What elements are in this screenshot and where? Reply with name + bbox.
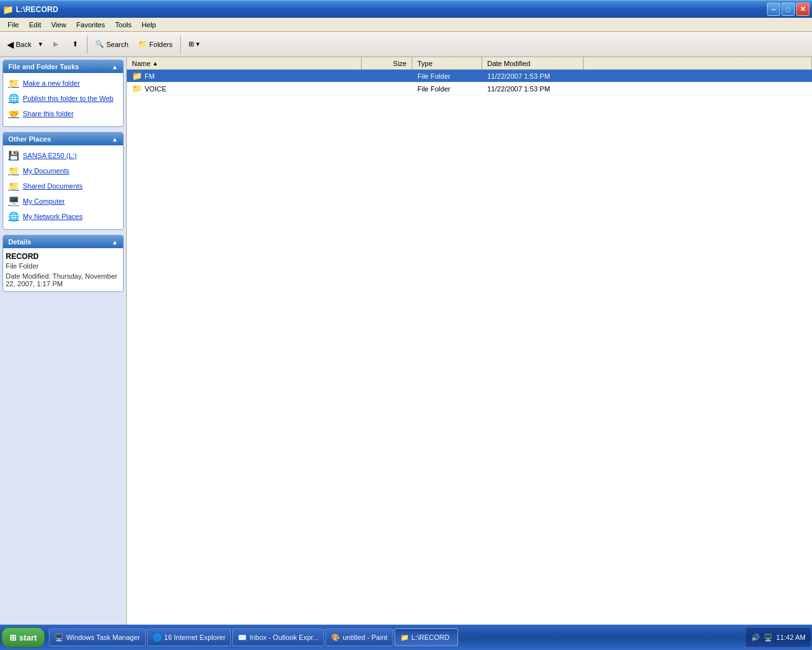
left-panel: File and Folder Tasks ▲ 📁 Make a new fol… bbox=[0, 57, 127, 625]
task-manager-icon: 🖥️ bbox=[55, 633, 63, 642]
file-size-cell bbox=[362, 88, 412, 90]
menu-edit[interactable]: Edit bbox=[24, 20, 46, 30]
make-new-folder-link[interactable]: 📁 Make a new folder bbox=[6, 77, 121, 90]
my-computer-icon: 🖥️ bbox=[8, 196, 19, 206]
other-places-title: Other Places bbox=[8, 135, 51, 143]
folders-label: Folders bbox=[149, 41, 173, 48]
record-folder-icon: 📁 bbox=[400, 633, 409, 642]
taskbar-item-record[interactable]: 📁 L:\RECORD bbox=[395, 628, 458, 646]
sansa-icon: 💾 bbox=[8, 150, 19, 161]
minimize-button[interactable]: − bbox=[767, 3, 780, 16]
file-folder-tasks-body: 📁 Make a new folder 🌐 Publish this folde… bbox=[3, 73, 123, 126]
start-label: start bbox=[19, 633, 37, 642]
shared-documents-link[interactable]: 📁 Shared Documents bbox=[6, 180, 121, 192]
file-list: Name ▲ Size Type Date Modified 📁 FM File… bbox=[127, 57, 812, 625]
outlook-icon: ✉️ bbox=[238, 633, 247, 642]
column-size[interactable]: Size bbox=[362, 57, 412, 69]
column-name[interactable]: Name ▲ bbox=[127, 57, 362, 69]
column-type[interactable]: Type bbox=[412, 57, 482, 69]
file-date-cell: 11/22/2007 1:53 PM bbox=[482, 71, 584, 81]
column-date[interactable]: Date Modified bbox=[482, 57, 584, 69]
table-row[interactable]: 📁 FM File Folder 11/22/2007 1:53 PM bbox=[127, 70, 812, 83]
maximize-button[interactable]: □ bbox=[782, 3, 795, 16]
paint-label: untitled - Paint bbox=[343, 633, 387, 641]
main-layout: File and Folder Tasks ▲ 📁 Make a new fol… bbox=[0, 57, 812, 625]
my-documents-link[interactable]: 📁 My Documents bbox=[6, 164, 121, 177]
toolbar: ◀ Back ▾ ▶ ⬆ 🔍 Search 📁 Folders ⊞ ▾ bbox=[0, 32, 812, 57]
views-button[interactable]: ⊞ ▾ bbox=[184, 37, 204, 51]
column-name-label: Name bbox=[132, 60, 150, 67]
back-arrow-icon: ◀ bbox=[7, 39, 14, 50]
paint-icon: 🎨 bbox=[331, 633, 340, 642]
file-folder-tasks-header[interactable]: File and Folder Tasks ▲ bbox=[3, 60, 123, 73]
details-body: RECORD File Folder Date Modified: Thursd… bbox=[3, 248, 123, 291]
taskbar-item-paint[interactable]: 🎨 untitled - Paint bbox=[325, 628, 393, 646]
details-folder-name: RECORD bbox=[6, 252, 121, 261]
taskbar: ⊞ start 🖥️ Windows Task Manager 🌐 16 Int… bbox=[0, 625, 812, 650]
file-folder-tasks-collapse-icon: ▲ bbox=[112, 63, 118, 70]
search-label: Search bbox=[106, 41, 128, 48]
toolbar-separator-2 bbox=[180, 36, 181, 53]
table-row[interactable]: 📁 VOICE File Folder 11/22/2007 1:53 PM bbox=[127, 83, 812, 95]
taskbar-item-task-manager[interactable]: 🖥️ Windows Task Manager bbox=[49, 628, 146, 646]
details-collapse-icon: ▲ bbox=[112, 239, 118, 246]
make-new-folder-label: Make a new folder bbox=[23, 79, 80, 87]
record-label: L:\RECORD bbox=[412, 633, 450, 641]
up-button[interactable]: ⬆ bbox=[66, 36, 84, 53]
details-folder-type: File Folder bbox=[6, 262, 121, 270]
details-section: Details ▲ RECORD File Folder Date Modifi… bbox=[3, 235, 124, 292]
folders-button[interactable]: 📁 Folders bbox=[134, 37, 177, 51]
views-icon: ⊞ bbox=[188, 40, 194, 48]
file-name: VOICE bbox=[145, 85, 166, 93]
share-folder-icon: 🤝 bbox=[8, 109, 19, 119]
volume-icon: 🔊 bbox=[751, 633, 760, 642]
forward-button[interactable]: ▶ bbox=[47, 36, 65, 53]
toolbar-separator-1 bbox=[87, 36, 88, 53]
back-button-group: ◀ Back ▾ bbox=[3, 36, 46, 53]
menu-favorites[interactable]: Favorites bbox=[71, 20, 110, 30]
up-arrow-icon: ⬆ bbox=[72, 40, 78, 48]
title-bar: 📁 L:\RECORD − □ ✕ bbox=[0, 0, 812, 18]
share-folder-label: Share this folder bbox=[23, 110, 74, 117]
ie-label: 16 Internet Explorer bbox=[164, 633, 226, 641]
taskbar-item-outlook[interactable]: ✉️ Inbox - Outlook Expr... bbox=[232, 628, 324, 646]
windows-logo-icon: ⊞ bbox=[10, 633, 16, 642]
publish-folder-link[interactable]: 🌐 Publish this folder to the Web bbox=[6, 92, 121, 105]
file-type-cell: File Folder bbox=[412, 71, 482, 81]
menu-help[interactable]: Help bbox=[136, 20, 161, 30]
details-title: Details bbox=[8, 238, 31, 246]
back-dropdown-button[interactable]: ▾ bbox=[36, 36, 46, 53]
file-name: FM bbox=[145, 72, 155, 80]
title-controls: − □ ✕ bbox=[767, 3, 809, 16]
other-places-collapse-icon: ▲ bbox=[112, 136, 118, 143]
file-name-cell: 📁 FM bbox=[127, 70, 362, 82]
file-list-header: Name ▲ Size Type Date Modified bbox=[127, 57, 812, 70]
ie-icon: 🌐 bbox=[153, 633, 162, 642]
back-button[interactable]: ◀ Back bbox=[3, 36, 36, 53]
other-places-body: 💾 SANSA E250 (L:) 📁 My Documents 📁 Share… bbox=[3, 145, 123, 229]
menu-tools[interactable]: Tools bbox=[110, 20, 137, 30]
start-button[interactable]: ⊞ start bbox=[1, 627, 45, 647]
publish-folder-icon: 🌐 bbox=[8, 93, 19, 103]
my-network-link[interactable]: 🌐 My Network Places bbox=[6, 210, 121, 223]
file-type-cell: File Folder bbox=[412, 84, 482, 94]
taskbar-item-ie[interactable]: 🌐 16 Internet Explorer bbox=[147, 628, 232, 646]
folder-icon: 📁 bbox=[132, 84, 142, 93]
other-places-section: Other Places ▲ 💾 SANSA E250 (L:) 📁 My Do… bbox=[3, 132, 124, 230]
my-computer-link[interactable]: 🖥️ My Computer bbox=[6, 195, 121, 208]
file-name-cell: 📁 VOICE bbox=[127, 83, 362, 95]
details-date-modified: Date Modified: Thursday, November 22, 20… bbox=[6, 272, 121, 288]
share-folder-link[interactable]: 🤝 Share this folder bbox=[6, 107, 121, 120]
menu-view[interactable]: View bbox=[46, 20, 72, 30]
details-header[interactable]: Details ▲ bbox=[3, 235, 123, 248]
search-button[interactable]: 🔍 Search bbox=[91, 37, 133, 51]
sansa-link[interactable]: 💾 SANSA E250 (L:) bbox=[6, 149, 121, 162]
shared-documents-label: Shared Documents bbox=[23, 182, 82, 190]
other-places-header[interactable]: Other Places ▲ bbox=[3, 133, 123, 145]
menu-file[interactable]: File bbox=[3, 20, 24, 30]
my-computer-label: My Computer bbox=[23, 197, 65, 205]
sort-arrow-icon: ▲ bbox=[152, 60, 158, 67]
my-network-icon: 🌐 bbox=[8, 211, 19, 222]
title-folder-icon: 📁 bbox=[3, 4, 13, 15]
close-button[interactable]: ✕ bbox=[796, 3, 809, 16]
